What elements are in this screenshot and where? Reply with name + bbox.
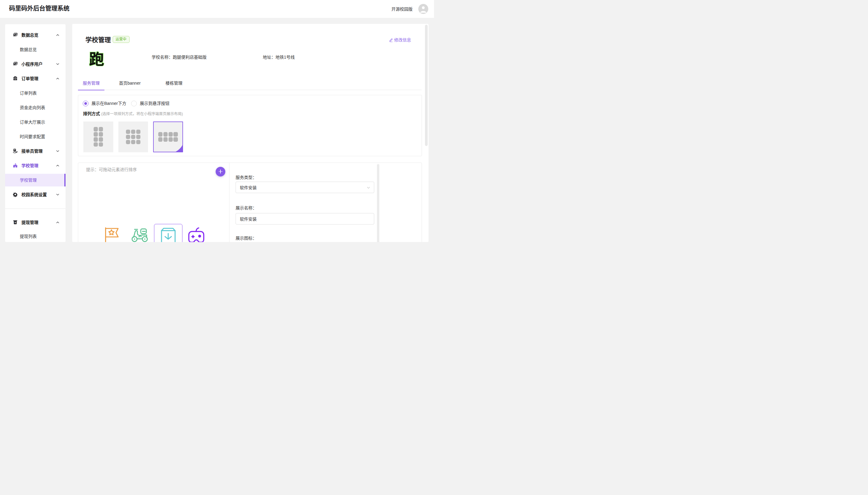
svg-text:¥: ¥ — [15, 222, 16, 224]
svg-text:跑: 跑 — [89, 50, 104, 66]
